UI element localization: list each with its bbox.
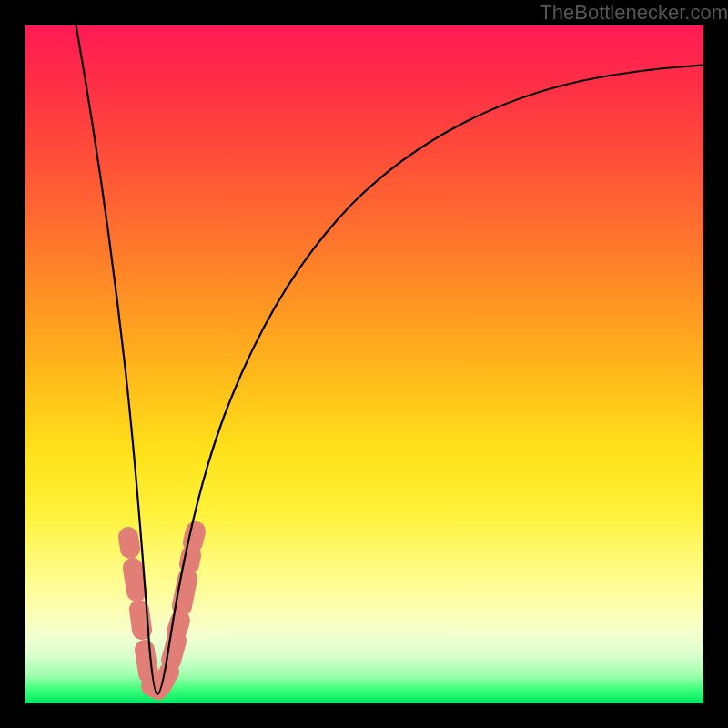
svg-line-10 [193,531,196,542]
svg-line-7 [177,621,180,632]
svg-line-1 [133,568,136,592]
chart-frame: TheBottlenecker.com [0,0,728,728]
svg-line-6 [171,641,177,661]
svg-line-3 [145,650,148,673]
svg-line-8 [182,579,187,606]
watermark-container: TheBottlenecker.com [540,0,728,25]
chart-svg [25,25,703,703]
svg-line-9 [189,555,191,564]
watermark-text: TheBottlenecker.com [540,1,728,25]
bottleneck-curve [73,25,703,694]
svg-line-2 [139,610,142,630]
plot-area [25,25,703,703]
svg-line-0 [128,537,130,549]
